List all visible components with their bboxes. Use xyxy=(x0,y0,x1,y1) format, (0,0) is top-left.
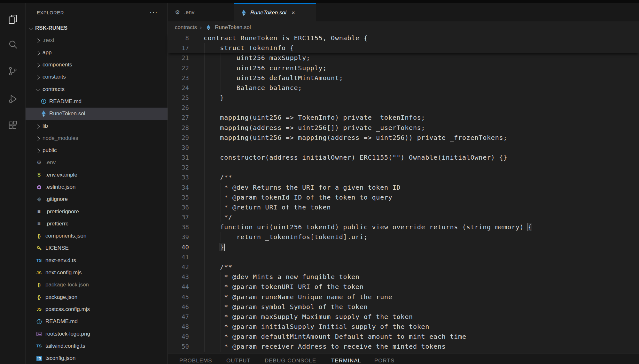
line-number[interactable]: 8 xyxy=(168,33,189,43)
line-number[interactable]: 35 xyxy=(168,193,189,202)
code-line-47[interactable]: 47 * @param maxSupply Maximum supply of … xyxy=(168,312,639,322)
line-number[interactable]: 26 xyxy=(168,103,189,113)
code-line-50[interactable]: 50 * @param receiver Address to receive … xyxy=(168,342,639,352)
tree-item-README.md[interactable]: README.md xyxy=(26,95,168,108)
tree-item-tailwind.config.ts[interactable]: TStailwind.config.ts xyxy=(26,340,168,352)
line-number[interactable]: 44 xyxy=(168,282,189,292)
code-line-24[interactable]: 24 Balance balance; xyxy=(168,83,639,93)
tree-item-node_modules[interactable]: node_modules xyxy=(26,132,168,144)
line-number[interactable]: 17 xyxy=(168,43,189,53)
code-line-22[interactable]: 22 uint256 currentSupply; xyxy=(168,63,639,73)
tab-RuneToken.sol[interactable]: RuneToken.sol× xyxy=(234,3,316,21)
code-line-48[interactable]: 48 * @param initialSupply Initial supply… xyxy=(168,322,639,332)
line-number[interactable]: 38 xyxy=(168,222,189,232)
code-line-30[interactable]: 30 xyxy=(168,143,639,153)
code-line-27[interactable]: 27 mapping(uint256 => TokenInfo) private… xyxy=(168,113,639,123)
code-line-29[interactable]: 29 mapping(uint256 => mapping(address =>… xyxy=(168,133,639,143)
activity-run-and-debug-icon[interactable] xyxy=(0,90,25,108)
tree-item-package-lock.json[interactable]: {}package-lock.json xyxy=(26,279,168,291)
tree-item-.eslintrc.json[interactable]: .eslintrc.json xyxy=(26,181,168,193)
tree-item-RSK-RUNES[interactable]: RSK-RUNES xyxy=(26,22,168,34)
line-number[interactable]: 43 xyxy=(168,272,189,282)
tree-item-app[interactable]: app xyxy=(26,47,168,59)
activity-source-control-icon[interactable] xyxy=(0,62,25,80)
code-line-32[interactable]: 32 xyxy=(168,163,639,172)
sticky-line-17[interactable]: 17 struct TokenInfo { xyxy=(168,43,639,53)
line-number[interactable]: 37 xyxy=(168,212,189,222)
code-line-40[interactable]: 40 } xyxy=(168,242,639,252)
line-number[interactable]: 45 xyxy=(168,292,189,302)
line-number[interactable]: 41 xyxy=(168,252,189,262)
code-line-43[interactable]: 43 * @dev Mints a new fungible token xyxy=(168,272,639,282)
tree-item-.env.example[interactable]: $.env.example xyxy=(26,169,168,181)
code-line-36[interactable]: 36 * @return URI of the token xyxy=(168,202,639,212)
line-number[interactable]: 39 xyxy=(168,232,189,242)
tree-item-.gitignore[interactable]: .gitignore xyxy=(26,193,168,205)
code-line-21[interactable]: 21 uint256 maxSupply; xyxy=(168,53,639,63)
line-number[interactable]: 33 xyxy=(168,172,189,182)
tab-.env[interactable]: ⚙.env xyxy=(168,3,234,21)
code-line-42[interactable]: 42 /** xyxy=(168,262,639,272)
line-number[interactable]: 34 xyxy=(168,183,189,193)
code-line-45[interactable]: 45 * @param runeName Unique name of the … xyxy=(168,292,639,302)
sticky-line-8[interactable]: 8contract RuneToken is ERC1155, Ownable … xyxy=(168,33,639,43)
code-line-46[interactable]: 46 * @param symbol Symbol of the token xyxy=(168,302,639,312)
line-number[interactable]: 23 xyxy=(168,73,189,83)
code-line-37[interactable]: 37 */ xyxy=(168,212,639,222)
code-line-25[interactable]: 25 } xyxy=(168,93,639,103)
line-number[interactable]: 31 xyxy=(168,153,189,163)
code-line-49[interactable]: 49 * @param defaultMintAmount Default am… xyxy=(168,332,639,342)
tree-item-next.config.mjs[interactable]: JSnext.config.mjs xyxy=(26,267,168,279)
line-number[interactable]: 36 xyxy=(168,202,189,212)
code-line-34[interactable]: 34 * @dev Returns the URI for a given to… xyxy=(168,183,639,193)
tree-item-.prettierrc[interactable]: ≡.prettierrc xyxy=(26,218,168,230)
line-number[interactable]: 29 xyxy=(168,133,189,143)
tree-item-README.md[interactable]: README.md xyxy=(26,315,168,328)
tree-item-RuneToken.sol[interactable]: RuneToken.sol xyxy=(26,108,168,120)
tree-item-contracts[interactable]: contracts xyxy=(26,83,168,95)
breadcrumb-folder[interactable]: contracts xyxy=(175,24,197,31)
tree-item-postcss.config.mjs[interactable]: JSpostcss.config.mjs xyxy=(26,303,168,315)
tree-item-package.json[interactable]: {}package.json xyxy=(26,291,168,303)
tree-item-public[interactable]: public xyxy=(26,144,168,156)
tree-item-components[interactable]: components xyxy=(26,59,168,71)
tree-item-rootstock-logo.png[interactable]: rootstock-logo.png xyxy=(26,328,168,340)
line-number[interactable]: 46 xyxy=(168,302,189,312)
line-number[interactable]: 28 xyxy=(168,123,189,133)
tree-item-LICENSE[interactable]: LICENSE xyxy=(26,242,168,254)
line-number[interactable]: 25 xyxy=(168,93,189,103)
tree-item-.next[interactable]: .next xyxy=(26,34,168,46)
activity-search-icon[interactable] xyxy=(0,36,25,54)
tree-item-constants[interactable]: constants xyxy=(26,71,168,83)
line-number[interactable]: 48 xyxy=(168,322,189,332)
code-line-38[interactable]: 38 function uri(uint256 tokenId) public … xyxy=(168,222,639,232)
line-number[interactable]: 32 xyxy=(168,163,189,172)
panel-tab-debug-console[interactable]: DEBUG CONSOLE xyxy=(265,358,316,364)
code-line-26[interactable]: 26 xyxy=(168,103,639,113)
tree-item-lib[interactable]: lib xyxy=(26,120,168,132)
activity-explorer-icon[interactable] xyxy=(0,10,25,28)
panel-tab-problems[interactable]: PROBLEMS xyxy=(179,358,212,364)
tree-item-components.json[interactable]: {}components.json xyxy=(26,230,168,242)
code-line-23[interactable]: 23 uint256 defaultMintAmount; xyxy=(168,73,639,83)
tree-item-.prettierignore[interactable]: ≡.prettierignore xyxy=(26,205,168,217)
line-number[interactable]: 49 xyxy=(168,332,189,342)
code-line-31[interactable]: 31 constructor(address initialOwner) ERC… xyxy=(168,153,639,163)
breadcrumb-file[interactable]: RuneToken.sol xyxy=(215,24,251,31)
code-line-28[interactable]: 28 mapping(address => uint256[]) private… xyxy=(168,123,639,133)
panel-tab-terminal[interactable]: TERMINAL xyxy=(331,358,361,364)
line-number[interactable]: 24 xyxy=(168,83,189,93)
line-number[interactable]: 40 xyxy=(168,242,189,252)
line-number[interactable]: 30 xyxy=(168,143,189,153)
panel-tab-ports[interactable]: PORTS xyxy=(374,358,394,364)
code-line-35[interactable]: 35 * @param tokenId ID of the token to q… xyxy=(168,193,639,202)
line-number[interactable]: 47 xyxy=(168,312,189,322)
line-number[interactable]: 21 xyxy=(168,53,189,63)
tree-item-next-env.d.ts[interactable]: TSnext-env.d.ts xyxy=(26,254,168,267)
code-line-33[interactable]: 33 /** xyxy=(168,172,639,182)
code-line-41[interactable]: 41 xyxy=(168,252,639,262)
code-line-44[interactable]: 44 * @param tokenURI URI of the token xyxy=(168,282,639,292)
tree-item-tsconfig.json[interactable]: TStsconfig.json xyxy=(26,352,168,364)
line-number[interactable]: 22 xyxy=(168,63,189,73)
panel-tab-output[interactable]: OUTPUT xyxy=(226,358,251,364)
